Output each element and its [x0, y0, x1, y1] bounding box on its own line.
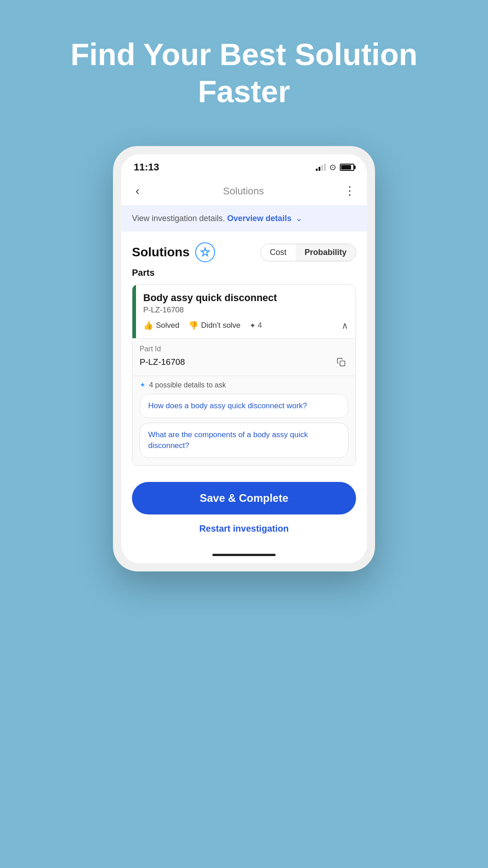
status-time: 11:13	[134, 161, 159, 173]
chevron-down-icon: ⌄	[296, 214, 302, 223]
part-content: Body assy quick disconnect P-LZ-16708 👍 …	[136, 285, 356, 338]
banner-text: View investigation details.	[132, 214, 225, 223]
part-green-bar	[132, 285, 136, 338]
question-cards: How does a body assy quick disconnect wo…	[132, 394, 356, 465]
part-details: Part Id P-LZ-16708	[132, 338, 356, 376]
nav-title: Solutions	[223, 185, 264, 197]
home-indicator	[121, 548, 367, 563]
part-id-display: P-LZ-16708	[143, 306, 348, 315]
solved-button[interactable]: 👍 Solved	[143, 321, 179, 330]
svg-rect-0	[340, 361, 345, 366]
ai-suggestion-text: 4 possible details to ask	[149, 381, 226, 389]
signal-icon	[316, 164, 326, 171]
question-card-1[interactable]: How does a body assy quick disconnect wo…	[140, 394, 348, 418]
more-menu-button[interactable]: ⋮	[344, 184, 356, 198]
detail-value: P-LZ-16708	[140, 357, 185, 367]
parts-section: Parts Body assy quick disconnect P-LZ-16…	[121, 268, 367, 472]
back-button[interactable]: ‹	[132, 182, 143, 200]
save-complete-button[interactable]: Save & Complete	[132, 482, 356, 514]
nav-bar: ‹ Solutions ⋮	[121, 177, 367, 205]
part-actions-row: 👍 Solved 👎 Didn't solve ✦ 4 ∧	[143, 320, 348, 331]
count-sparkle-icon: ✦	[249, 321, 256, 330]
parts-label: Parts	[132, 268, 356, 278]
copy-icon	[337, 358, 346, 367]
didnt-solve-label: Didn't solve	[201, 321, 240, 330]
filter-tab-probability[interactable]: Probability	[296, 244, 356, 261]
ai-suggestion: ✦ 4 possible details to ask	[132, 376, 356, 394]
didnt-solve-button[interactable]: 👎 Didn't solve	[188, 321, 240, 330]
sparkle-button[interactable]	[195, 242, 215, 262]
headline-line2: Faster	[52, 73, 436, 110]
home-bar	[212, 554, 276, 556]
wifi-icon: ⊙	[329, 162, 336, 172]
filter-tab-cost[interactable]: Cost	[261, 244, 296, 261]
count-badge: ✦ 4	[249, 321, 262, 330]
status-bar: 11:13 ⊙	[121, 154, 367, 177]
status-icons: ⊙	[316, 162, 354, 172]
battery-icon	[340, 164, 354, 171]
sparkle-icon	[200, 247, 211, 258]
question-card-2[interactable]: What are the components of a body assy q…	[140, 423, 348, 458]
filter-tabs: Cost Probability	[260, 244, 356, 261]
ai-sparkle-icon: ✦	[140, 381, 145, 389]
thumbs-up-icon: 👍	[143, 321, 153, 330]
headline: Find Your Best Solution	[52, 36, 436, 73]
solved-label: Solved	[156, 321, 179, 330]
bottom-actions: Save & Complete Restart investigation	[121, 473, 367, 548]
detail-value-row: P-LZ-16708	[140, 355, 348, 369]
restart-investigation-button[interactable]: Restart investigation	[132, 516, 356, 541]
investigation-banner: View investigation details. Overview det…	[121, 205, 367, 231]
solutions-title-row: Solutions	[132, 242, 215, 262]
copy-button[interactable]	[334, 355, 348, 369]
overview-details-link[interactable]: Overview details	[227, 214, 291, 223]
phone-screen: 11:13 ⊙ ‹ Solutions ⋮ View inve	[121, 154, 367, 563]
solutions-header: Solutions Cost Probability	[121, 231, 367, 268]
phone-wrapper: 11:13 ⊙ ‹ Solutions ⋮ View inve	[113, 146, 375, 571]
collapse-button[interactable]: ∧	[342, 320, 348, 331]
part-name: Body assy quick disconnect	[143, 292, 348, 304]
count-value: 4	[258, 321, 262, 330]
thumbs-down-icon: 👎	[188, 321, 198, 330]
solutions-title: Solutions	[132, 245, 190, 259]
part-card: Body assy quick disconnect P-LZ-16708 👍 …	[132, 284, 356, 465]
detail-label: Part Id	[140, 345, 348, 353]
